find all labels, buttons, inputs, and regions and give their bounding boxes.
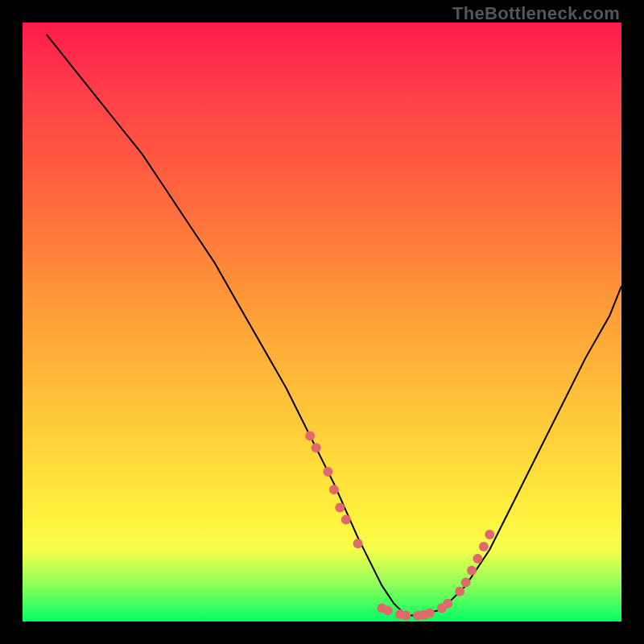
- marker-dot: [485, 530, 494, 539]
- marker-dot: [401, 611, 411, 621]
- marker-dot: [312, 443, 321, 452]
- marker-dot: [329, 485, 339, 494]
- highlight-dots: [305, 431, 494, 620]
- watermark-text: TheBottleneck.com: [452, 3, 620, 24]
- curve-line: [47, 35, 621, 616]
- plot-area: [23, 23, 621, 621]
- marker-dot: [443, 599, 452, 609]
- marker-dot: [323, 467, 332, 477]
- marker-dot: [341, 515, 351, 525]
- marker-dot: [383, 606, 393, 616]
- marker-dot: [335, 503, 345, 513]
- marker-dot: [425, 609, 435, 618]
- marker-dot: [473, 554, 482, 564]
- chart-svg: [23, 23, 621, 621]
- marker-dot: [353, 539, 363, 548]
- chart-container: TheBottleneck.com: [0, 0, 644, 644]
- marker-dot: [467, 566, 477, 576]
- marker-dot: [455, 587, 464, 597]
- marker-dot: [461, 578, 471, 588]
- marker-dot: [305, 431, 315, 440]
- marker-dot: [479, 542, 489, 551]
